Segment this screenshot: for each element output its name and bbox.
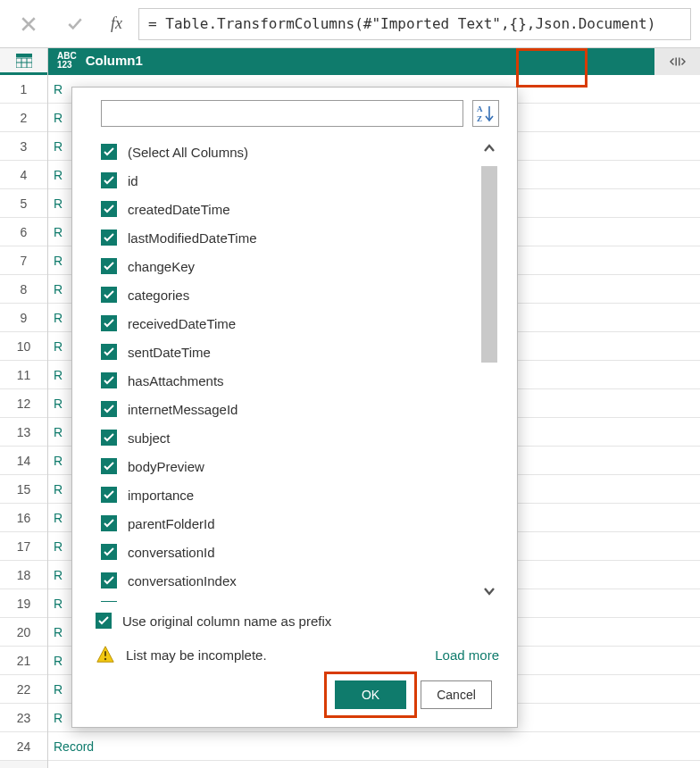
column-checkbox[interactable]: [101, 258, 117, 274]
row-number[interactable]: 13: [0, 418, 47, 447]
column-option[interactable]: subject: [101, 423, 476, 452]
column-option-label: createdDateTime: [128, 202, 230, 217]
column-option-label: importance: [128, 488, 194, 503]
column-option-label: id: [128, 173, 138, 188]
row-number[interactable]: 3: [0, 132, 47, 161]
column-checkbox[interactable]: [101, 287, 117, 303]
row-number[interactable]: 16: [0, 504, 47, 532]
column-option-label: bodyPreview: [128, 459, 204, 474]
svg-point-11: [104, 658, 106, 660]
row-number[interactable]: 14: [0, 447, 47, 475]
column-option-label: internetMessageId: [128, 402, 238, 417]
column-option[interactable]: sentDateTime: [101, 338, 476, 366]
column-checkbox[interactable]: [101, 515, 117, 531]
column-checkbox[interactable]: [101, 487, 117, 503]
column-option-label: receivedDateTime: [128, 316, 236, 331]
column-checkbox[interactable]: [101, 172, 117, 188]
column-option[interactable]: importance: [101, 480, 476, 509]
column-option-label: categories: [128, 288, 189, 303]
row-number[interactable]: 5: [0, 189, 47, 218]
column-option-label: sentDateTime: [128, 345, 211, 360]
row-number[interactable]: 23: [0, 704, 47, 732]
scroll-thumb[interactable]: [481, 166, 497, 363]
column-checkbox[interactable]: [101, 430, 117, 446]
column-checkbox[interactable]: [101, 315, 117, 331]
column-option[interactable]: hasAttachments: [101, 366, 476, 395]
row-number[interactable]: 7: [0, 246, 47, 275]
column-option[interactable]: isDeliveryReceiptRequested: [101, 595, 476, 602]
column-checkbox[interactable]: [101, 144, 117, 160]
check-icon: [67, 16, 83, 32]
check-icon: [98, 616, 109, 625]
row-number[interactable]: 15: [0, 475, 47, 504]
column-option[interactable]: createdDateTime: [101, 195, 476, 223]
table-icon: [16, 54, 32, 68]
column-checkbox[interactable]: [101, 572, 117, 589]
column-option[interactable]: internetMessageId: [101, 395, 476, 423]
row-number[interactable]: 10: [0, 332, 47, 361]
commit-formula-button[interactable]: [55, 8, 95, 40]
row-number[interactable]: 2: [0, 104, 47, 132]
row-number[interactable]: 20: [0, 618, 47, 647]
column-option[interactable]: bodyPreview: [101, 452, 476, 480]
row-number[interactable]: 11: [0, 361, 47, 389]
column-checkbox[interactable]: [101, 344, 117, 360]
column-option[interactable]: changeKey: [101, 252, 476, 280]
row-number[interactable]: 22: [0, 675, 47, 704]
column-header[interactable]: ABC 123 Column1: [48, 48, 700, 75]
use-prefix-checkbox[interactable]: [96, 613, 112, 629]
column-checkbox[interactable]: [101, 544, 117, 560]
column-option[interactable]: conversationIndex: [101, 566, 476, 595]
column-option-label: changeKey: [128, 259, 195, 274]
cancel-button[interactable]: Cancel: [421, 680, 492, 709]
row-number[interactable]: 19: [0, 589, 47, 618]
formula-input[interactable]: [138, 8, 691, 40]
column-option[interactable]: (Select All Columns): [101, 138, 476, 166]
use-prefix-label: Use original column name as prefix: [122, 614, 331, 629]
scroll-down-icon[interactable]: [479, 580, 499, 602]
expand-columns-popup: A Z (Select All Columns)idcreatedDateTim…: [71, 87, 518, 728]
column-option[interactable]: categories: [101, 280, 476, 309]
column-option-label: hasAttachments: [128, 373, 224, 388]
expand-column-button[interactable]: [654, 48, 700, 75]
column-name: Column1: [86, 53, 143, 68]
column-option-label: (Select All Columns): [128, 145, 248, 160]
row-number[interactable]: 9: [0, 304, 47, 332]
column-option[interactable]: lastModifiedDateTime: [101, 223, 476, 252]
column-option[interactable]: receivedDateTime: [101, 309, 476, 338]
column-option-label: conversationId: [128, 545, 215, 560]
column-checkbox[interactable]: [101, 401, 117, 417]
column-checkbox[interactable]: [101, 458, 117, 474]
column-option-label: conversationIndex: [128, 573, 237, 589]
popup-scrollbar[interactable]: [479, 138, 499, 602]
row-number[interactable]: 17: [0, 532, 47, 561]
column-search-input[interactable]: [101, 100, 463, 127]
column-checkbox[interactable]: [101, 601, 117, 602]
column-option[interactable]: parentFolderId: [101, 509, 476, 538]
row-number[interactable]: 4: [0, 161, 47, 189]
table-corner-icon[interactable]: [0, 48, 47, 75]
column-option[interactable]: id: [101, 166, 476, 195]
load-more-link[interactable]: Load more: [435, 647, 499, 663]
column-checkbox[interactable]: [101, 372, 117, 388]
column-type-badge: ABC 123: [57, 52, 77, 70]
row-number[interactable]: 24: [0, 732, 47, 761]
sort-columns-button[interactable]: A Z: [472, 100, 499, 127]
ok-button[interactable]: OK: [335, 680, 406, 709]
svg-text:Z: Z: [477, 114, 482, 123]
column-option-label: lastModifiedDateTime: [128, 230, 257, 246]
row-number-gutter: 123456789101112131415161718192021222324: [0, 48, 48, 768]
cancel-formula-button[interactable]: [9, 8, 48, 40]
row-number[interactable]: 8: [0, 275, 47, 304]
table-row[interactable]: Record: [48, 732, 700, 761]
row-number[interactable]: 6: [0, 218, 47, 246]
row-number[interactable]: 21: [0, 647, 47, 675]
row-number[interactable]: 1: [0, 75, 47, 104]
row-number[interactable]: 18: [0, 561, 47, 589]
svg-text:A: A: [477, 104, 483, 113]
column-checkbox[interactable]: [101, 201, 117, 217]
scroll-up-icon[interactable]: [479, 138, 499, 159]
column-checkbox[interactable]: [101, 230, 117, 246]
row-number[interactable]: 12: [0, 389, 47, 418]
column-option[interactable]: conversationId: [101, 538, 476, 566]
